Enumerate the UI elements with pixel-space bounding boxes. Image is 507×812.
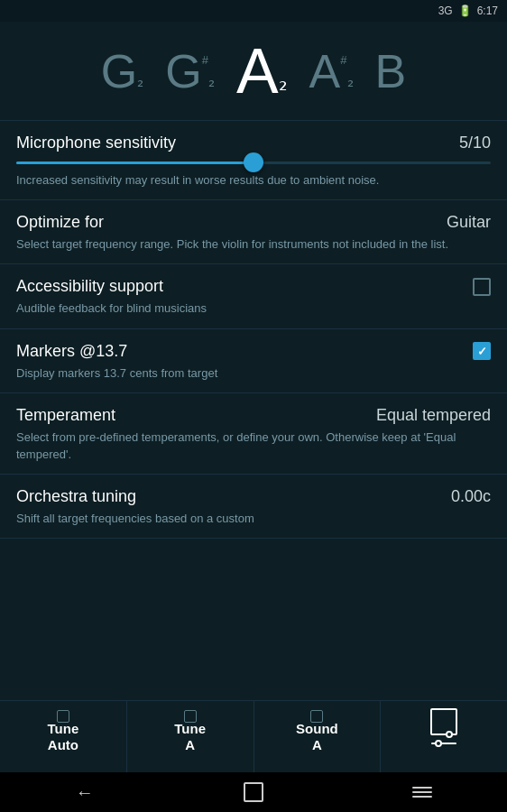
tab-sound-a-label: SoundA bbox=[296, 721, 338, 753]
time-display: 6:17 bbox=[477, 5, 498, 17]
microphone-sensitivity-value: 5/10 bbox=[459, 134, 491, 152]
tab-tune-auto-label: TuneAuto bbox=[48, 721, 79, 753]
note-sub-a2: ₂ bbox=[279, 70, 288, 96]
note-letter-g2: G bbox=[101, 48, 137, 95]
temperament-title: Temperament bbox=[16, 406, 115, 425]
note-b: B bbox=[375, 48, 407, 95]
nav-bar: ← bbox=[0, 772, 507, 812]
nav-back-button[interactable]: ← bbox=[67, 779, 103, 806]
note-sub-gsharp2: ₂ bbox=[208, 71, 215, 91]
status-bar: 3G 🔋 6:17 bbox=[0, 0, 507, 22]
temperament-row[interactable]: Temperament Equal tempered Select from p… bbox=[0, 393, 507, 475]
microphone-sensitivity-desc: Increased sensitivity may result in wors… bbox=[16, 173, 379, 187]
note-sub-g2: ₂ bbox=[137, 71, 143, 91]
orchestra-tuning-row[interactable]: Orchestra tuning 0.00c Shift all target … bbox=[0, 475, 507, 539]
tab-bar: TuneAuto TuneA SoundA bbox=[0, 700, 507, 772]
note-sharp-gsharp2: # bbox=[202, 53, 208, 67]
tab-tune-auto[interactable]: TuneAuto bbox=[0, 701, 127, 772]
accessibility-support-checkbox[interactable] bbox=[473, 278, 491, 296]
note-letter-a2: A bbox=[236, 40, 279, 103]
orchestra-tuning-title: Orchestra tuning bbox=[16, 487, 136, 506]
temperament-value: Equal tempered bbox=[376, 406, 491, 425]
optimize-for-title: Optimize for bbox=[16, 213, 104, 232]
battery-icon: 🔋 bbox=[458, 5, 472, 17]
orchestra-tuning-value: 0.00c bbox=[451, 487, 491, 506]
tab-settings[interactable] bbox=[381, 701, 507, 772]
microphone-sensitivity-slider[interactable] bbox=[16, 161, 491, 164]
note-sharp-asharp2: # bbox=[340, 53, 346, 67]
accessibility-support-title: Accessibility support bbox=[16, 277, 163, 296]
optimize-for-row[interactable]: Optimize for Guitar Select target freque… bbox=[0, 200, 507, 264]
note-a2-active: A ₂ bbox=[236, 40, 288, 103]
network-indicator: 3G bbox=[438, 5, 453, 17]
tab-tune-auto-checkbox-indicator bbox=[57, 710, 69, 723]
tab-tune-a[interactable]: TuneA bbox=[127, 701, 254, 772]
tab-tune-a-checkbox-indicator bbox=[184, 710, 197, 723]
nav-recent-button[interactable] bbox=[404, 779, 440, 806]
nav-home-button[interactable] bbox=[235, 779, 272, 806]
note-gsharp2: G # ₂ bbox=[165, 48, 215, 95]
optimize-for-value: Guitar bbox=[447, 213, 491, 232]
nav-home-icon bbox=[244, 782, 263, 802]
markers-row[interactable]: Markers @13.7 Display markers 13.7 cents… bbox=[0, 329, 507, 393]
markers-checkbox[interactable] bbox=[473, 342, 491, 360]
note-letter-asharp2: A bbox=[309, 48, 341, 95]
microphone-sensitivity-row[interactable]: Microphone sensitivity 5/10 Increased se… bbox=[0, 121, 507, 200]
temperament-desc: Select from pre-defined temperaments, or… bbox=[16, 430, 456, 461]
tab-settings-border bbox=[430, 708, 457, 735]
note-display: G ₂ G # ₂ A ₂ A # ₂ bbox=[0, 22, 507, 121]
orchestra-tuning-desc: Shift all target frequencies based on a … bbox=[16, 512, 254, 525]
accessibility-support-row[interactable]: Accessibility support Audible feedback f… bbox=[0, 264, 507, 328]
tab-tune-a-label: TuneA bbox=[174, 721, 206, 753]
optimize-for-desc: Select target frequency range. Pick the … bbox=[16, 237, 448, 251]
note-sub-asharp2: ₂ bbox=[347, 71, 354, 91]
note-asharp2: A # ₂ bbox=[309, 48, 354, 95]
tab-sound-a[interactable]: SoundA bbox=[254, 701, 382, 772]
markers-title: Markers @13.7 bbox=[16, 342, 127, 361]
sliders-icon bbox=[431, 734, 456, 752]
tab-sound-a-checkbox-indicator bbox=[310, 710, 323, 723]
markers-desc: Display markers 13.7 cents from target bbox=[16, 366, 217, 380]
accessibility-support-desc: Audible feedback for blind musicians bbox=[16, 301, 207, 315]
note-g2: G ₂ bbox=[101, 48, 143, 95]
microphone-sensitivity-title: Microphone sensitivity bbox=[16, 134, 176, 152]
note-letter-b: B bbox=[375, 48, 407, 95]
nav-recent-icon bbox=[412, 787, 432, 798]
note-letter-gsharp2: G bbox=[165, 48, 201, 95]
nav-back-icon: ← bbox=[76, 782, 94, 803]
